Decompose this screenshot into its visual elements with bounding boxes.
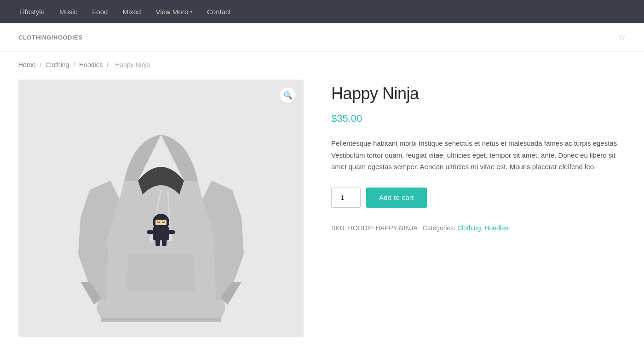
nav-item-contact[interactable]: Contact [206, 8, 232, 16]
svg-rect-8 [168, 230, 175, 234]
breadcrumb-separator-3: / [107, 61, 110, 68]
product-meta: SKU: HOODIE-HAPPY-NINJA Categories: Clot… [331, 222, 626, 234]
svg-rect-7 [147, 230, 154, 234]
page-content: Home / Clothing / Hoodies / Happy Ninja … [0, 52, 644, 353]
quantity-input[interactable] [331, 188, 361, 208]
zoom-icon[interactable]: 🔍 [280, 87, 296, 103]
sub-header: CLOTHING/HOODIES ☆ [0, 23, 644, 52]
breadcrumb-clothing[interactable]: Clothing [46, 61, 69, 68]
breadcrumb-current: Happy Ninja [115, 61, 150, 68]
bookmark-star-icon[interactable]: ☆ [618, 32, 626, 42]
breadcrumb-separator-2: / [73, 61, 77, 68]
product-image-container: 🔍 [18, 80, 304, 337]
nav-item-mixed[interactable]: Mixed [121, 8, 142, 16]
nav-item-music[interactable]: Music [58, 8, 78, 16]
product-price: $35.00 [331, 113, 626, 125]
breadcrumb: Home / Clothing / Hoodies / Happy Ninja [18, 61, 626, 68]
nav-item-food[interactable]: Food [91, 8, 109, 16]
svg-rect-10 [162, 239, 167, 246]
product-title: Happy Ninja [331, 84, 626, 103]
svg-rect-6 [155, 220, 167, 225]
product-description: Pellentesque habitant morbi tristique se… [331, 137, 626, 173]
breadcrumb-home[interactable]: Home [18, 61, 35, 68]
svg-rect-9 [155, 239, 160, 246]
nav-item-view-more[interactable]: View More ▾ [155, 8, 193, 16]
product-layout: 🔍 [18, 80, 626, 337]
product-info: Happy Ninja $35.00 Pellentesque habitant… [331, 80, 626, 234]
dropdown-arrow-icon: ▾ [190, 9, 192, 14]
sku-value: HOODIE-HAPPY-NINJA [348, 224, 417, 232]
add-to-cart-row: Add to cart [331, 188, 626, 208]
category-clothing[interactable]: Clothing [457, 224, 481, 232]
category-hoodies[interactable]: Hoodies [484, 224, 508, 232]
breadcrumb-separator-1: / [40, 61, 43, 68]
top-navigation: Lifestyle Music Food Mixed View More ▾ C… [0, 0, 644, 23]
sub-header-title: CLOTHING/HOODIES [18, 34, 82, 41]
add-to-cart-button[interactable]: Add to cart [366, 188, 427, 208]
sku-label: SKU: [331, 224, 346, 232]
nav-item-lifestyle[interactable]: Lifestyle [18, 8, 46, 16]
categories-label: Categories: [423, 224, 456, 232]
breadcrumb-hoodies[interactable]: Hoodies [79, 61, 103, 68]
product-image [74, 93, 248, 323]
